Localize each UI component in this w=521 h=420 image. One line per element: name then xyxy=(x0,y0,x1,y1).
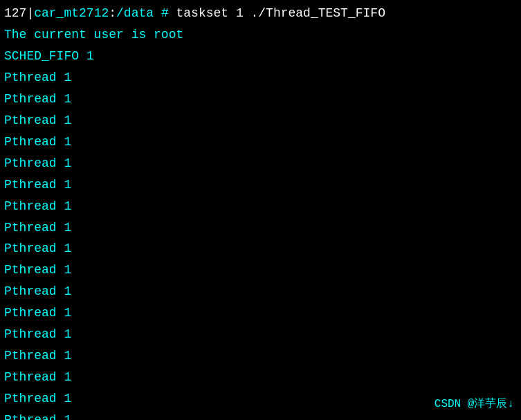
watermark: CSDN @洋芋辰↓ xyxy=(435,395,514,414)
info-line: SCHED_FIFO 1 xyxy=(4,46,517,67)
pthread-line: Pthread 1 xyxy=(4,259,517,281)
output-lines: The current user is rootSCHED_FIFO 1Pthr… xyxy=(4,24,517,420)
prompt-hash: # xyxy=(154,6,176,20)
pthread-line: Pthread 1 xyxy=(4,238,517,259)
pthread-line: Pthread 1 xyxy=(4,196,517,217)
pthread-line: Pthread 1 xyxy=(4,131,517,153)
pthread-line: Pthread 1 xyxy=(4,345,517,367)
pthread-line: Pthread 1 xyxy=(4,174,517,196)
pthread-line: Pthread 1 xyxy=(4,324,517,345)
pthread-line: Pthread 1 xyxy=(4,367,517,388)
pthread-line: Pthread 1 xyxy=(4,281,517,302)
current-path: /data xyxy=(116,6,154,20)
colon-char: : xyxy=(109,6,116,20)
pipe-char: | xyxy=(26,6,34,20)
prompt-line: 127|car_mt2712:/data # taskset 1 ./Threa… xyxy=(4,3,517,24)
command-text: taskset 1 ./Thread_TEST_FIFO xyxy=(176,6,385,20)
pthread-line: Pthread 1 xyxy=(4,217,517,239)
pthread-line: Pthread 1 xyxy=(4,110,517,131)
prompt-number: 127 xyxy=(4,6,26,20)
pthread-line: Pthread 1 xyxy=(4,302,517,324)
hostname: car_mt2712 xyxy=(34,6,109,20)
pthread-line: Pthread 1 xyxy=(4,67,517,89)
pthread-line: Pthread 1 xyxy=(4,89,517,110)
info-line: The current user is root xyxy=(4,24,517,46)
terminal-window: 127|car_mt2712:/data # taskset 1 ./Threa… xyxy=(0,0,521,420)
pthread-line: Pthread 1 xyxy=(4,153,517,174)
